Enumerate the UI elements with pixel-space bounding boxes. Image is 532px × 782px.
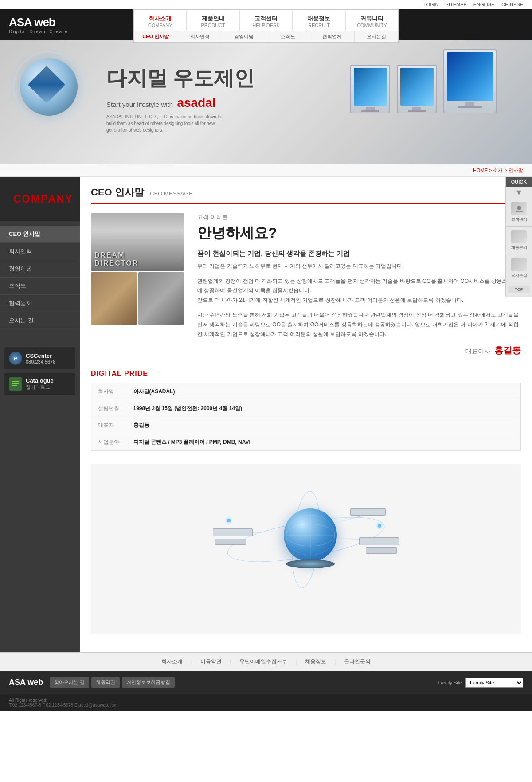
footer-link-terms[interactable]: 이용약관 [200, 658, 222, 665]
float-rect-right2 [366, 547, 397, 554]
footer-link-company[interactable]: 회사소개 [161, 658, 183, 665]
sidebar-bottom: e CSCenter 080.234.5678 Catalogue 웹카타로그 [0, 343, 80, 399]
footer-btn-member[interactable]: 회원약관 [91, 677, 120, 688]
footer-right: Family Site Family Site [438, 678, 523, 688]
quick-btn-cs[interactable]: 고객센터 [506, 199, 532, 227]
sub-partner[interactable]: 협력업체 [310, 31, 355, 42]
cs-info: CSCenter 080.234.5678 [26, 352, 55, 364]
login-link[interactable]: LOGIN [423, 2, 438, 7]
building-top: DREAMDIRECTOR [91, 213, 184, 271]
sub-history[interactable]: 회사연혁 [178, 31, 223, 42]
ceo-images: DREAMDIRECTOR [91, 213, 188, 356]
nav-product[interactable]: 제품안내 PRODUCT [187, 10, 239, 31]
footer-link-inquiry[interactable]: 온라인문의 [344, 658, 371, 665]
sidebar-item-partner[interactable]: 협력업체 [0, 295, 80, 312]
top-bar: LOGIN SITEMAP ENGLISH CHINESE [0, 0, 532, 9]
nav-sub: CEO 인사말 회사연혁 경영이념 조직도 협력업체 오시는길 [134, 31, 398, 42]
svg-rect-4 [516, 211, 523, 212]
banner-brand: asadal [177, 96, 215, 109]
quick-directions-icon [511, 258, 527, 271]
globe-base [286, 559, 335, 568]
footer-address: T.02.123-4567-8 F.02.1234-5678 E.abcd@as… [9, 703, 523, 708]
content-outer: COMPANY CEO 인사말 회사연혁 경영이념 조직도 협력업체 오시는 길… [0, 177, 532, 652]
family-site-select[interactable]: Family Site [466, 678, 523, 688]
footer-link-email[interactable]: 무단이메일수집거부 [239, 658, 287, 665]
nav-top: 회사소개 COMPANY 제품안내 PRODUCT 고객센터 HELP DESK… [134, 10, 398, 31]
sub-ceo[interactable]: CEO 인사말 [134, 31, 178, 42]
globe-sphere [284, 508, 337, 562]
sitemap-link[interactable]: SITEMAP [446, 2, 467, 7]
building-bl [91, 272, 137, 325]
breadcrumb: HOME > 소개 > 인사말 [0, 164, 532, 177]
nav-company[interactable]: 회사소개 COMPANY [134, 10, 187, 31]
sidebar-item-history[interactable]: 회사연혁 [0, 243, 80, 260]
quick-sidebar: QUICK ▼ 고객센터 채용문의 오시는길 TOP [505, 177, 532, 297]
banner-text-kr: 다지멀 우도제인 [106, 65, 254, 92]
quick-cs-icon [511, 202, 527, 215]
sidebar-item-ceo[interactable]: CEO 인사말 [0, 226, 80, 243]
quick-btn-top[interactable]: TOP [506, 282, 532, 297]
digital-pride-section: DIGITAL PRIDE 회사명 아사달(ASADAL) 설립년월 1998년… [91, 370, 521, 451]
row-label-company: 회사명 [91, 383, 127, 400]
sidebar-item-org[interactable]: 조직도 [0, 278, 80, 295]
banner: 다지멀 우도제인 Start your lifestyle with asada… [0, 40, 532, 164]
footer-bottom: ASA web 찾아오시는 길 회원약관 개인정보보취급방침 Family Si… [0, 671, 532, 694]
quick-recruit-label: 채용문의 [508, 245, 530, 250]
footer-btn-privacy[interactable]: 개인정보보취급방침 [122, 677, 175, 688]
logo: ASA web Digital Dream Create [9, 16, 68, 34]
sub-philosophy[interactable]: 경영이념 [222, 31, 266, 42]
header: ASA web Digital Dream Create 회사소개 COMPAN… [0, 9, 532, 40]
footer-copy-area: All Rights reserved. T.02.123-4567-8 F.0… [0, 694, 532, 711]
row-label-founded: 설립년월 [91, 400, 127, 417]
table-row: 회사명 아사달(ASADAL) [91, 383, 521, 400]
sidebar-item-philosophy[interactable]: 경영이념 [0, 260, 80, 278]
float-rect-top [350, 508, 386, 516]
ceo-text: 고객 여러분 안녕하세요? 꿈이 현실이되는 기업, 당신의 생각을 존경하는 … [197, 213, 521, 356]
ceo-para-3: 지난 수년간의 노력을 통해 저희 기업은 고객들과 더불어 성장하였습니다 관… [197, 310, 521, 339]
english-link[interactable]: ENGLISH [473, 2, 495, 7]
info-table: 회사명 아사달(ASADAL) 설립년월 1998년 2월 15일 (법인전환:… [91, 383, 521, 451]
footer-buttons: 찾아오시는 길 회원약관 개인정보보취급방침 [50, 677, 175, 688]
ceo-para-2: 관련업계의 경쟁이 점점 더 격화되고 있는 상황에서도 고객들을 먼저 생각하… [197, 277, 521, 305]
row-label-business: 사업분야 [91, 434, 127, 451]
quick-btn-directions[interactable]: 오시는길 [506, 254, 532, 282]
globe-container [217, 482, 395, 615]
footer-link-recruit[interactable]: 채용정보 [305, 658, 326, 665]
section-title-digital-pride: DIGITAL PRIDE [91, 370, 521, 378]
footer-btn-directions[interactable]: 찾아오시는 길 [50, 677, 89, 688]
catalogue-icon [9, 377, 22, 391]
quick-recruit-icon [511, 230, 527, 243]
catalogue-block[interactable]: Catalogue 웹카타로그 [4, 373, 75, 395]
banner-globe-decoration [9, 47, 98, 136]
chinese-link[interactable]: CHINESE [501, 2, 523, 7]
page-title-en: CEO MESSAGE [150, 190, 192, 197]
nav-community[interactable]: 커뮤니티 COMMUNITY [346, 10, 398, 31]
globe-section [91, 464, 521, 634]
float-rect-left [213, 528, 253, 536]
dream-title: 꿈이 현실이되는 기업, 당신의 생각을 존경하는 기업 [197, 250, 521, 258]
building-grid: DREAMDIRECTOR [91, 213, 184, 324]
building-br [138, 272, 184, 325]
monitor-1 [350, 65, 390, 113]
main-nav: 회사소개 COMPANY 제품안내 PRODUCT 고객센터 HELP DESK… [133, 9, 399, 43]
sub-org[interactable]: 조직도 [266, 31, 311, 42]
svg-rect-2 [12, 385, 17, 386]
cs-center-block: e CSCenter 080.234.5678 [4, 347, 75, 369]
sub-directions[interactable]: 오시는길 [355, 31, 399, 42]
orbit-dot-1 [227, 519, 231, 522]
sidebar-company-label: COMPANY [7, 185, 73, 213]
monitor-2 [397, 65, 437, 113]
quick-label: QUICK [506, 177, 532, 187]
cs-icon: e [9, 352, 22, 365]
sidebar-title-area: COMPANY [0, 177, 80, 221]
sidebar-item-directions[interactable]: 오시는 길 [0, 312, 80, 329]
quick-btn-recruit[interactable]: 채용문의 [506, 227, 532, 254]
nav-recruit[interactable]: 채용정보 RECRUIT [293, 10, 345, 31]
banner-description: ASADAL INTERNET. CO., LTD. is based on f… [106, 113, 231, 133]
row-label-ceo: 대표자 [91, 417, 127, 434]
nav-helpdesk[interactable]: 고객센터 HELP DESK [240, 10, 293, 31]
sidebar: COMPANY CEO 인사말 회사연혁 경영이념 조직도 협력업체 오시는 길… [0, 177, 80, 652]
footer-copy: All Rights reserved. [9, 698, 523, 703]
main-inner: COMPANY CEO 인사말 회사연혁 경영이념 조직도 협력업체 오시는 길… [0, 177, 532, 652]
float-rect-right [359, 537, 399, 545]
